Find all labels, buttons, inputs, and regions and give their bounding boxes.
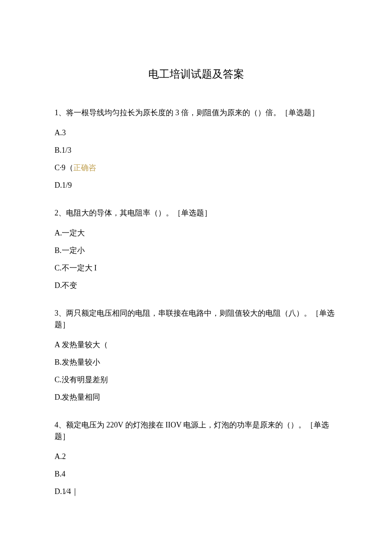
q1-c-prefix: C·9（: [55, 163, 73, 172]
q1-option-b: B.1/3: [55, 145, 337, 156]
q2-option-d: D.不变: [55, 280, 337, 291]
q2-option-c: C.不一定大 I: [55, 262, 337, 274]
q3-option-d: D.发热量相同: [55, 392, 337, 403]
question-2: 2、电阻大的导体，其电阻率（）。［单选题］ A.一定大 B.一定小 C.不一定大…: [55, 207, 337, 291]
q4-option-d: D.1⁄4｜: [55, 486, 337, 497]
q3-stem: 3、两只额定电压相同的电阻，串联接在电路中，则阻值较大的电阻（八）。［单选题］: [55, 308, 337, 331]
q3-option-b: B.发热量较小: [55, 357, 337, 368]
q2-option-a: A.一定大: [55, 227, 337, 239]
q1-option-d: D.1/9: [55, 180, 337, 191]
page-title: 电工培训试题及答案: [55, 66, 337, 82]
q3-option-a: A 发热量较大（: [55, 339, 337, 351]
question-3: 3、两只额定电压相同的电阻，串联接在电路中，则阻值较大的电阻（八）。［单选题］ …: [55, 308, 337, 403]
question-1: 1、将一根导线均匀拉长为原长度的 3 倍，则阻值为原来的（）倍。［单选题］ A.…: [55, 107, 337, 191]
q1-option-c: C·9（正确咨: [55, 162, 337, 174]
question-4: 4、额定电压为 220V 的灯泡接在 IIOV 电源上，灯泡的功率是原来的（）。…: [55, 419, 337, 497]
q2-option-b: B.一定小: [55, 245, 337, 256]
q4-option-a: A.2: [55, 451, 337, 462]
q4-stem: 4、额定电压为 220V 的灯泡接在 IIOV 电源上，灯泡的功率是原来的（）。…: [55, 419, 337, 442]
q1-stem: 1、将一根导线均匀拉长为原长度的 3 倍，则阻值为原来的（）倍。［单选题］: [55, 107, 337, 119]
q1-option-a: A.3: [55, 127, 337, 139]
q4-option-b: B.4: [55, 468, 337, 480]
q3-option-c: C.没有明显差别: [55, 374, 337, 386]
q2-stem: 2、电阻大的导体，其电阻率（）。［单选题］: [55, 207, 337, 219]
q1-c-correct: 正确咨: [73, 163, 96, 172]
